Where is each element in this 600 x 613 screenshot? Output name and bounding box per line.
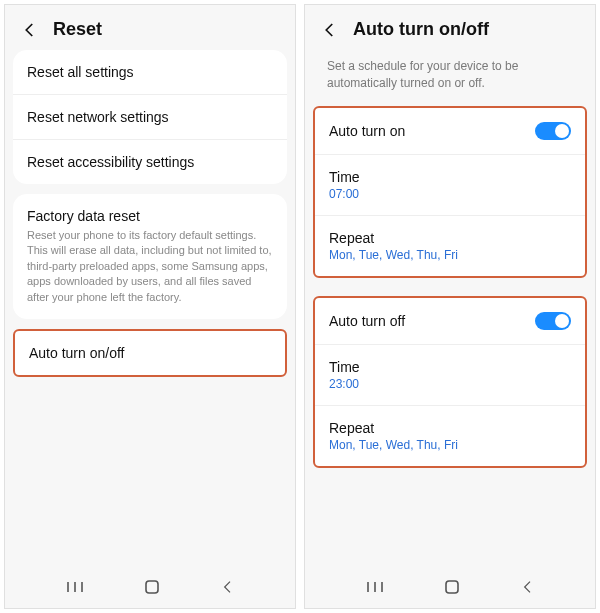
page-title: Reset: [53, 19, 102, 40]
auto-turn-off-toggle[interactable]: [535, 312, 571, 330]
row-label: Repeat: [329, 420, 571, 436]
navigation-bar: [5, 566, 295, 608]
row-label: Repeat: [329, 230, 571, 246]
row-label: Reset network settings: [27, 109, 273, 125]
back-icon[interactable]: [321, 21, 339, 39]
row-label: Time: [329, 359, 571, 375]
row-value: Mon, Tue, Wed, Thu, Fri: [329, 248, 571, 262]
row-label: Time: [329, 169, 571, 185]
row-label: Reset all settings: [27, 64, 273, 80]
factory-reset-card: Factory data reset Reset your phone to i…: [13, 194, 287, 319]
navigation-bar: [305, 566, 595, 608]
recents-button[interactable]: [365, 580, 385, 594]
auto-turn-card-highlighted: Auto turn on/off: [13, 329, 287, 377]
content-area: Reset all settings Reset network setting…: [5, 50, 295, 566]
row-value: 23:00: [329, 377, 571, 391]
reset-accessibility-settings[interactable]: Reset accessibility settings: [13, 140, 287, 184]
auto-turn-on-row[interactable]: Auto turn on: [315, 108, 585, 155]
svg-rect-3: [146, 581, 158, 593]
reset-network-settings[interactable]: Reset network settings: [13, 95, 287, 140]
header: Auto turn on/off: [305, 5, 595, 50]
row-value: Mon, Tue, Wed, Thu, Fri: [329, 438, 571, 452]
intro-text: Set a schedule for your device to be aut…: [313, 50, 587, 106]
content-area: Set a schedule for your device to be aut…: [305, 50, 595, 566]
row-label: Auto turn on: [329, 123, 405, 139]
row-label: Reset accessibility settings: [27, 154, 273, 170]
back-button[interactable]: [520, 579, 536, 595]
auto-turn-on-card-highlighted: Auto turn on Time 07:00 Repeat Mon, Tue,…: [313, 106, 587, 278]
svg-rect-7: [446, 581, 458, 593]
auto-turn-on-toggle[interactable]: [535, 122, 571, 140]
row-description: Reset your phone to its factory default …: [27, 228, 273, 305]
auto-off-time-row[interactable]: Time 23:00: [315, 345, 585, 406]
auto-turn-on-off[interactable]: Auto turn on/off: [15, 331, 285, 375]
row-label: Auto turn on/off: [29, 345, 271, 361]
auto-on-time-row[interactable]: Time 07:00: [315, 155, 585, 216]
factory-data-reset[interactable]: Factory data reset Reset your phone to i…: [13, 194, 287, 319]
reset-all-settings[interactable]: Reset all settings: [13, 50, 287, 95]
phone-auto-turn-screen: Auto turn on/off Set a schedule for your…: [304, 4, 596, 609]
reset-options-card: Reset all settings Reset network setting…: [13, 50, 287, 184]
back-button[interactable]: [220, 579, 236, 595]
home-button[interactable]: [144, 579, 160, 595]
home-button[interactable]: [444, 579, 460, 595]
row-value: 07:00: [329, 187, 571, 201]
auto-turn-off-row[interactable]: Auto turn off: [315, 298, 585, 345]
row-label: Factory data reset: [27, 208, 273, 224]
row-label: Auto turn off: [329, 313, 405, 329]
auto-on-repeat-row[interactable]: Repeat Mon, Tue, Wed, Thu, Fri: [315, 216, 585, 276]
phone-reset-screen: Reset Reset all settings Reset network s…: [4, 4, 296, 609]
page-title: Auto turn on/off: [353, 19, 489, 40]
back-icon[interactable]: [21, 21, 39, 39]
header: Reset: [5, 5, 295, 50]
recents-button[interactable]: [65, 580, 85, 594]
auto-turn-off-card-highlighted: Auto turn off Time 23:00 Repeat Mon, Tue…: [313, 296, 587, 468]
auto-off-repeat-row[interactable]: Repeat Mon, Tue, Wed, Thu, Fri: [315, 406, 585, 466]
